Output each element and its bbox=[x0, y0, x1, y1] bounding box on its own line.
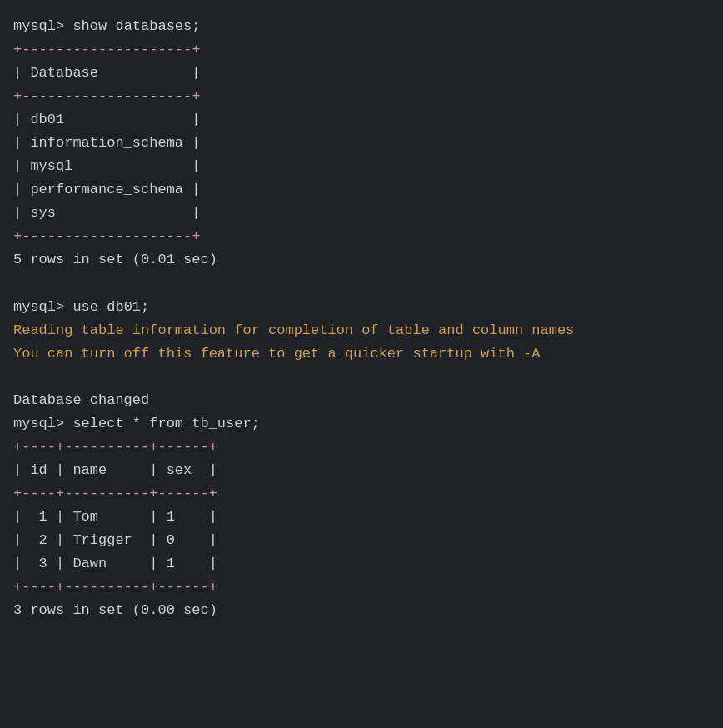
terminal-line: mysql> use db01; bbox=[13, 296, 710, 319]
terminal-line: | performance_schema | bbox=[13, 178, 710, 202]
terminal-line bbox=[13, 272, 710, 296]
terminal-line: mysql> select * from tb_user; bbox=[13, 412, 710, 436]
terminal-line: | Database | bbox=[13, 62, 710, 85]
terminal-line: You can turn off this feature to get a q… bbox=[13, 342, 710, 366]
terminal-line: +----+----------+------+ bbox=[13, 576, 710, 599]
terminal-line: +--------------------+ bbox=[13, 85, 710, 108]
terminal-line: | id | name | sex | bbox=[13, 459, 710, 482]
terminal-line: | information_schema | bbox=[13, 132, 710, 155]
terminal-line: | 1 | Tom | 1 | bbox=[13, 506, 710, 529]
terminal-line: | mysql | bbox=[13, 155, 710, 178]
terminal-line: Database changed bbox=[13, 389, 710, 412]
terminal-line: | db01 | bbox=[13, 108, 710, 132]
terminal-line: | sys | bbox=[13, 202, 710, 225]
terminal-line: +----+----------+------+ bbox=[13, 436, 710, 459]
terminal-line: 3 rows in set (0.00 sec) bbox=[13, 599, 710, 622]
terminal-line: 5 rows in set (0.01 sec) bbox=[13, 248, 710, 272]
terminal-line: +--------------------+ bbox=[13, 225, 710, 248]
terminal-line: Reading table information for completion… bbox=[13, 319, 710, 342]
terminal-line: +--------------------+ bbox=[13, 38, 710, 62]
terminal-line: | 3 | Dawn | 1 | bbox=[13, 552, 710, 576]
terminal-window[interactable]: mysql> show databases;+-----------------… bbox=[0, 0, 723, 728]
terminal-line: | 2 | Trigger | 0 | bbox=[13, 529, 710, 552]
terminal-line: mysql> show databases; bbox=[13, 15, 710, 38]
terminal-line: +----+----------+------+ bbox=[13, 482, 710, 506]
terminal-line bbox=[13, 366, 710, 389]
